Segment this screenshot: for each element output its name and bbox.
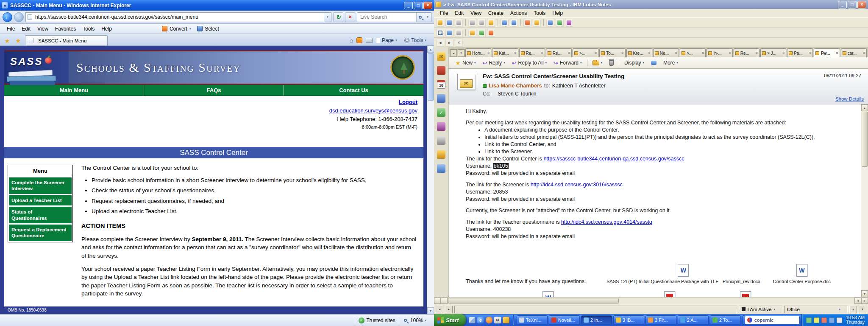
minimize-button[interactable]: _ — [838, 1, 847, 8]
scroll-down-icon[interactable]: ▼ — [427, 307, 434, 314]
chat-button[interactable] — [648, 59, 659, 66]
close-button[interactable]: × — [423, 2, 432, 9]
tray-clock[interactable]: 10:53 AM Thursday — [846, 315, 865, 325]
home-icon[interactable]: ⌂ — [349, 37, 353, 44]
print-icon[interactable] — [455, 19, 463, 27]
convert-caret-icon[interactable]: ▾ — [189, 27, 191, 31]
notes-window-tab[interactable]: Kre... × — [626, 48, 652, 57]
select-button[interactable]: Select — [205, 26, 219, 32]
attachment[interactable]: PDF SASS-4A_072811_Draft20.pdf — [638, 291, 701, 297]
menu-item[interactable]: Actions — [507, 9, 530, 17]
forward-button[interactable]: → — [14, 12, 24, 22]
tab-close-icon[interactable]: × — [595, 51, 597, 55]
menu-item[interactable]: Help — [98, 25, 115, 33]
chat-status-icon[interactable] — [478, 29, 486, 37]
nav-item[interactable]: Contact Us — [284, 85, 423, 96]
search-dropdown-icon[interactable]: ▾ — [424, 13, 431, 22]
maximize-button[interactable]: □ — [414, 2, 423, 9]
notes-window-tab[interactable]: Pa... × — [787, 48, 813, 57]
scrollbar-thumb[interactable] — [862, 112, 868, 167]
link-icon[interactable] — [546, 19, 554, 27]
search-box[interactable]: ▾ — [357, 12, 431, 22]
highlighter-icon[interactable] — [533, 19, 541, 27]
menu-item[interactable]: View — [467, 9, 485, 17]
menu-item[interactable]: Favorites — [52, 25, 79, 33]
notes-window-tab[interactable]: To... × — [599, 48, 625, 57]
attach-icon[interactable] — [556, 19, 564, 27]
add-favorite-icon[interactable]: ★ — [13, 36, 24, 45]
tab-close-icon[interactable]: × — [621, 51, 623, 55]
start-button[interactable]: Start — [434, 314, 466, 326]
search-input[interactable] — [359, 14, 416, 20]
tab-close-icon[interactable]: × — [756, 51, 758, 55]
reply-button[interactable]: ↩Reply▾ — [480, 59, 508, 67]
notes-window-tab[interactable]: >... × — [680, 48, 706, 57]
presence-status[interactable]: I Am Active ▾ — [739, 306, 782, 313]
show-details-link[interactable]: Show Details — [835, 96, 864, 101]
notes-title-bar[interactable]: > Fw: SASS Control Center/Screener Usabi… — [434, 0, 868, 9]
scroll-right-icon[interactable]: ► — [861, 298, 868, 304]
redo-icon[interactable] — [510, 19, 518, 27]
scroll-left-icon[interactable]: ◄ — [854, 298, 861, 304]
menu-item[interactable]: View — [34, 25, 52, 33]
taskbar-button[interactable]: 2 In... — [581, 315, 612, 325]
tab-close-icon[interactable]: × — [648, 51, 651, 55]
menu-item[interactable]: Edit — [18, 25, 34, 33]
status-button[interactable]: ▼ — [859, 306, 866, 313]
zoom-in-icon[interactable] — [445, 29, 453, 37]
directory-icon[interactable] — [487, 29, 495, 37]
favorites-center-icon[interactable]: ★ — [2, 36, 13, 45]
attachment[interactable]: W Control Center Purpose.doc — [773, 264, 831, 285]
scroll-up-icon[interactable]: ▲ — [861, 104, 868, 111]
zoom-control[interactable]: 100% ▾ — [403, 318, 431, 323]
calendar-icon[interactable]: 18 — [437, 80, 445, 89]
back-button[interactable]: ← — [3, 12, 12, 22]
security-zone[interactable]: ✓ Trusted sites — [359, 318, 395, 323]
control-center-link[interactable]: https://sasscc-butle344.centurion-qa.ssd… — [543, 156, 684, 162]
logout-link[interactable]: Logout — [399, 99, 417, 105]
tab-list-icon[interactable]: ▾ — [458, 49, 465, 57]
menu-item[interactable]: Help — [549, 9, 566, 17]
new-button[interactable]: ★New▾ — [452, 59, 479, 67]
bookmark-folder-icon[interactable] — [437, 150, 445, 159]
cc-name[interactable]: Steven C Tourkin — [498, 91, 536, 97]
notes-window-tab[interactable]: Ne... × — [653, 48, 679, 57]
notes-window-tab[interactable]: Re... × — [734, 48, 760, 57]
notes-window-tab[interactable]: car... × — [841, 48, 867, 57]
scroll-up-icon[interactable]: ▲ — [427, 46, 434, 53]
sidebar-menu-item[interactable]: Status of Questionnaires — [9, 207, 72, 223]
notes-window-tab[interactable]: Fw... × — [814, 48, 840, 57]
ie-title-bar[interactable]: e SASSCC - Main Menu - Windows Internet … — [0, 0, 434, 11]
scrollbar-thumb[interactable] — [428, 53, 434, 101]
notes-window-tab[interactable]: Re... × — [519, 48, 545, 57]
notes-window-tab[interactable]: Kat... × — [492, 48, 518, 57]
address-input[interactable] — [34, 14, 324, 20]
menu-item[interactable]: File — [3, 25, 18, 33]
tab-close-icon[interactable]: × — [836, 51, 838, 55]
browser-tab[interactable]: SASSCC - Main Menu — [25, 35, 108, 45]
mail-icon[interactable]: ✉ — [494, 317, 501, 323]
teacher-questionnaire-link[interactable]: http://idc4.ssd.census.gov:4014/sasstq — [561, 219, 652, 225]
nav-item[interactable]: Main Menu — [4, 85, 144, 96]
taskbar-button[interactable]: ACS_... — [742, 315, 745, 325]
close-button[interactable]: × — [857, 1, 866, 8]
font-icon[interactable] — [523, 19, 531, 27]
paste-icon[interactable] — [487, 19, 495, 27]
cut-icon[interactable] — [468, 19, 476, 27]
tab-close-icon[interactable]: × — [514, 51, 516, 55]
nav-item[interactable]: FAQs — [144, 85, 284, 96]
nav-forward-icon[interactable]: ► — [445, 39, 453, 47]
search-icon[interactable] — [436, 29, 444, 37]
stop-button[interactable]: × — [345, 12, 355, 22]
notebook-icon[interactable] — [437, 122, 445, 131]
nav-back-icon[interactable]: ◄ — [436, 39, 444, 47]
status-button[interactable]: ▲ — [849, 306, 857, 313]
sidebar-menu-item[interactable]: Upload a Teacher List — [9, 195, 72, 205]
menu-item[interactable]: Create — [485, 9, 507, 17]
tray-update-icon[interactable] — [814, 318, 819, 323]
firefox-icon[interactable] — [486, 317, 492, 323]
tab-close-icon[interactable]: × — [702, 51, 704, 55]
reply-to-all-button[interactable]: ↩Reply to All▾ — [509, 59, 550, 67]
tab-scroll-left-icon[interactable]: ◄ — [450, 49, 457, 57]
recipient-name[interactable]: Kathleen T Ashenfelter — [552, 83, 606, 89]
